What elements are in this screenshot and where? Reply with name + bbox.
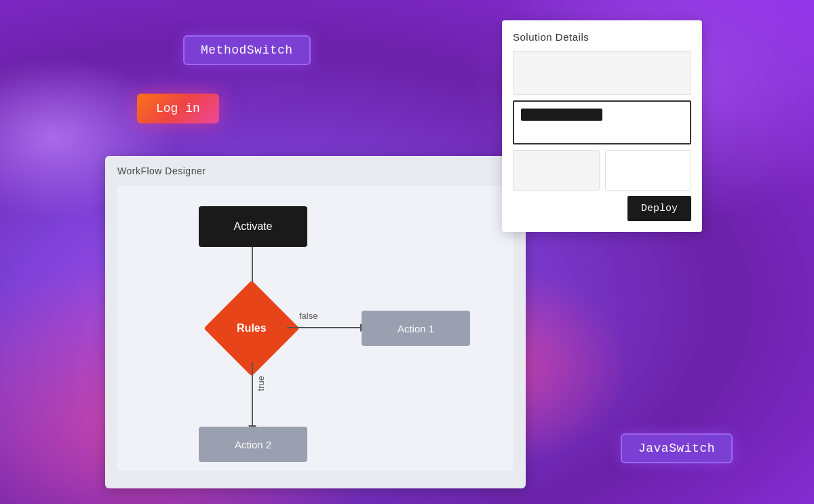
node-activate[interactable]: Activate (199, 206, 307, 247)
workflow-header: WorkFlow Designer (105, 156, 526, 186)
arrow-rules-false (287, 327, 362, 328)
solution-panel-title: Solution Details (513, 31, 691, 43)
solution-panel-small-right (605, 150, 692, 191)
workflow-designer-panel: WorkFlow Designer Activate Rules false A… (105, 156, 526, 488)
label-true: true (256, 376, 266, 391)
solution-panel-box1 (513, 51, 691, 95)
solution-details-panel: Solution Details Deploy (502, 20, 702, 232)
method-switch-badge: MethodSwitch (183, 35, 311, 65)
solution-panel-input-bar (521, 109, 602, 121)
java-switch-badge: JavaSwitch (621, 433, 733, 463)
solution-panel-row (513, 150, 691, 191)
node-action2[interactable]: Action 2 (199, 427, 307, 462)
java-switch-label: JavaSwitch (638, 442, 715, 455)
solution-panel-box2 (513, 100, 691, 144)
deploy-button[interactable]: Deploy (627, 196, 691, 221)
method-switch-label: MethodSwitch (201, 43, 293, 57)
node-action1[interactable]: Action 1 (362, 311, 470, 346)
login-button[interactable]: Log in (137, 94, 219, 123)
workflow-canvas: Activate Rules false Action 1 true Actio… (117, 186, 513, 471)
solution-panel-small-left (513, 150, 600, 191)
label-false: false (299, 311, 317, 321)
arrow-rules-true (252, 362, 253, 427)
